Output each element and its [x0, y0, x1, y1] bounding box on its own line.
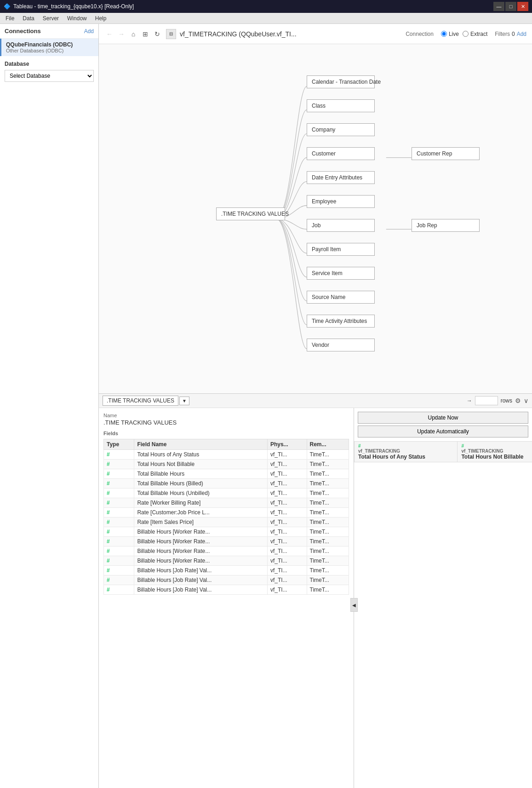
field-type: # [104, 469, 134, 479]
table-selector-value[interactable]: .TIME TRACKING VALUES [103, 396, 178, 406]
connection-name: QQubeFinancials (ODBC) [6, 41, 94, 48]
menu-help[interactable]: Help [92, 14, 110, 23]
menu-server[interactable]: Server [39, 14, 63, 23]
table-box-customer[interactable]: Customer [307, 147, 375, 160]
extract-option[interactable]: Extract [463, 31, 487, 37]
field-name: Total Billable Hours [134, 469, 268, 479]
field-rem: TimeT... [307, 566, 349, 575]
bottom-panel: .TIME TRACKING VALUES ▼ → rows ⚙ ∨ Name [99, 394, 532, 788]
field-rem: TimeT... [307, 460, 349, 469]
live-option[interactable]: Live [441, 31, 459, 37]
table-box-employee[interactable]: Employee [307, 195, 375, 208]
screenshot-button[interactable]: ⊞ [140, 29, 150, 39]
title-bar-controls: — □ ✕ [493, 2, 528, 11]
update-auto-button[interactable]: Update Automatically [358, 426, 528, 437]
field-type: # [104, 556, 134, 566]
nav-buttons: ← → ⌂ ⊞ ↻ [104, 29, 162, 39]
menu-data[interactable]: Data [19, 14, 38, 23]
datasource-icon: ⊟ [166, 29, 176, 39]
home-button[interactable]: ⌂ [128, 29, 138, 39]
table-selector-dropdown[interactable]: ▼ [179, 397, 189, 405]
settings-button[interactable]: ⚙ [515, 397, 521, 404]
add-connection-link[interactable]: Add [84, 28, 94, 35]
update-now-button[interactable]: Update Now [358, 412, 528, 424]
close-button[interactable]: ✕ [517, 2, 528, 11]
field-rem: TimeT... [307, 489, 349, 498]
field-name: Total Billable Hours (Billed) [134, 479, 268, 489]
field-rem: TimeT... [307, 527, 349, 537]
menu-file[interactable]: File [2, 14, 18, 23]
field-type: # [104, 566, 134, 575]
field-type: # [104, 460, 134, 469]
field-rem: TimeT... [307, 508, 349, 518]
field-phys: vf_TI... [267, 489, 307, 498]
field-type: # [104, 527, 134, 537]
table-box-company[interactable]: Company [307, 123, 375, 136]
table-box-job[interactable]: Job [307, 219, 375, 232]
update-buttons: Update Now Update Automatically [354, 408, 532, 441]
field-rem: TimeT... [307, 450, 349, 460]
filters-add-link[interactable]: Add [517, 31, 526, 37]
table-row: # Billable Hours [Worker Rate... vf_TI..… [104, 546, 349, 556]
table-box-vendor[interactable]: Vendor [307, 339, 375, 351]
field-rem: TimeT... [307, 575, 349, 585]
col2-type: # [461, 443, 532, 449]
table-row: # Rate [Worker Billing Rate] vf_TI... Ti… [104, 498, 349, 508]
fields-label: Fields [103, 431, 349, 436]
field-type: # [104, 508, 134, 518]
filters-label: Filters [495, 31, 510, 37]
forward-button[interactable]: → [116, 29, 126, 39]
field-rem: TimeT... [307, 546, 349, 556]
table-row: # Billable Hours [Job Rate] Val... vf_TI… [104, 566, 349, 575]
field-type: # [104, 489, 134, 498]
connection-item[interactable]: QQubeFinancials (ODBC) Other Databases (… [0, 39, 98, 56]
field-name: Rate [Item Sales Price] [134, 518, 268, 527]
name-label: Name [103, 413, 349, 418]
fields-table: Type Field Name Phys... Rem... # Total H… [103, 439, 349, 595]
table-box-payroll[interactable]: Payroll Item [307, 243, 375, 256]
meta-panel: Name .TIME TRACKING VALUES Fields Type F… [99, 408, 354, 788]
field-name: Billable Hours [Job Rate] Val... [134, 585, 268, 595]
field-name: Total Hours of Any Status [134, 450, 268, 460]
window-title: Tableau - time_tracking_{qqube10.x} [Rea… [13, 3, 134, 10]
field-phys: vf_TI... [267, 508, 307, 518]
collapse-panel-button[interactable]: ◀ [350, 598, 358, 612]
table-box-customerrep[interactable]: Customer Rep [412, 147, 480, 160]
field-rem: TimeT... [307, 537, 349, 546]
main-table-box[interactable]: .TIME TRACKING VALUES [216, 207, 285, 220]
table-box-service[interactable]: Service Item [307, 267, 375, 280]
connection-label: Connection [406, 31, 434, 37]
field-phys: vf_TI... [267, 566, 307, 575]
table-box-cal[interactable]: Calendar - Transaction Date [307, 75, 375, 88]
table-row: # Total Billable Hours (Billed) vf_TI...… [104, 479, 349, 489]
field-phys: vf_TI... [267, 450, 307, 460]
minimize-button[interactable]: — [493, 2, 504, 11]
field-rem: TimeT... [307, 498, 349, 508]
field-rem: TimeT... [307, 469, 349, 479]
database-select[interactable]: Select Database [5, 70, 94, 82]
extract-radio[interactable] [463, 31, 469, 37]
back-button[interactable]: ← [104, 29, 114, 39]
connection-radio-group: Live Extract [441, 31, 487, 37]
field-name: Billable Hours [Worker Rate... [134, 546, 268, 556]
col2-name: Total Hours Not Billable [461, 454, 532, 460]
refresh-button[interactable]: ↻ [152, 29, 162, 39]
rows-input[interactable] [475, 396, 498, 405]
maximize-button[interactable]: □ [505, 2, 516, 11]
table-box-jobrep[interactable]: Job Rep [412, 219, 480, 232]
name-value: .TIME TRACKING VALUES [103, 419, 349, 426]
table-box-timeactivity[interactable]: Time Activity Attributes [307, 315, 375, 328]
col-header-rem: Rem... [307, 439, 349, 450]
field-phys: vf_TI... [267, 479, 307, 489]
live-radio[interactable] [441, 31, 447, 37]
field-phys: vf_TI... [267, 575, 307, 585]
data-panel: Name .TIME TRACKING VALUES Fields Type F… [99, 408, 532, 788]
table-box-dateentry[interactable]: Date Entry Attributes [307, 171, 375, 184]
field-type: # [104, 537, 134, 546]
table-box-class[interactable]: Class [307, 99, 375, 112]
col-header-fieldname: Field Name [134, 439, 268, 450]
table-box-source[interactable]: Source Name [307, 291, 375, 304]
main-table-label: .TIME TRACKING VALUES [221, 211, 289, 217]
expand-button[interactable]: ∨ [524, 397, 528, 404]
menu-window[interactable]: Window [63, 14, 91, 23]
